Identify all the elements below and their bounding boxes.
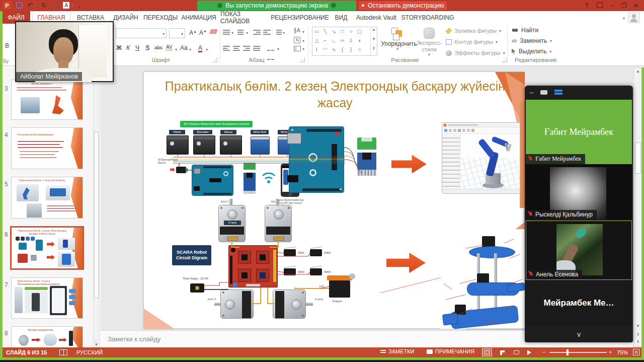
panel-gallery-view-icon[interactable]: [554, 90, 562, 95]
shape-scribble-icon[interactable]: ⌇: [312, 45, 321, 54]
text-direction-button[interactable]: ∥A: [294, 28, 300, 33]
numbering-button[interactable]: [237, 29, 246, 36]
replace-button[interactable]: ab Заменить ▾: [512, 38, 552, 44]
font-color-button[interactable]: А: [198, 45, 202, 52]
drawing-dialog-launcher[interactable]: ⌟: [502, 57, 507, 62]
chevron-down-icon[interactable]: ▾: [231, 31, 233, 35]
next-slide-button[interactable]: ⇟: [634, 339, 642, 345]
comments-toggle-button[interactable]: ПРИМЕЧАНИЯ: [427, 348, 474, 354]
tab-transitions[interactable]: ПЕРЕХОДЫ: [144, 11, 177, 24]
tab-view[interactable]: ВИД: [332, 11, 350, 24]
chevron-down-icon[interactable]: ▾: [206, 47, 208, 52]
thumbnail-scroll-down-button[interactable]: ▼: [93, 341, 100, 347]
self-webcam-overlay[interactable]: Айболат Мейірханов: [15, 21, 114, 82]
panel-speaker-view-icon[interactable]: [540, 90, 547, 95]
tab-slideshow[interactable]: ПОКАЗ СЛАЙДОВ: [220, 11, 268, 24]
zoom-slider-thumb[interactable]: [567, 349, 569, 355]
qat-item-caret-icon[interactable]: ▾: [71, 4, 73, 8]
panel-expand-chevron[interactable]: ∨: [525, 327, 633, 341]
shape-curve-icon[interactable]: ∿: [330, 45, 338, 54]
bullets-button[interactable]: [223, 29, 231, 36]
restore-button[interactable]: ❐: [619, 1, 629, 11]
shapes-more-icon[interactable]: ⊽: [371, 46, 377, 51]
bold-button[interactable]: Ж: [116, 45, 122, 51]
shape-arc-icon[interactable]: ◠: [321, 45, 330, 54]
change-case-button[interactable]: Aa: [180, 45, 188, 51]
zoom-percentage[interactable]: 75%: [617, 349, 628, 355]
ribbon-more-caret-icon[interactable]: ▾: [623, 16, 625, 21]
text-shadow-button[interactable]: S: [145, 45, 149, 51]
shape-line-icon[interactable]: ╲: [321, 27, 330, 36]
thumbnail-slide-5[interactable]: Практикалық бөлім. 1 кезең 3d жобалау: [11, 177, 83, 219]
close-button[interactable]: ✕: [631, 1, 641, 11]
shape-brace-left-icon[interactable]: {: [338, 45, 347, 54]
participant-tile-anel-active[interactable]: Анель Есенова: [526, 221, 632, 280]
undo-caret-icon[interactable]: ▾: [34, 4, 36, 8]
clear-formatting-icon[interactable]: [209, 29, 217, 34]
spellcheck-icon[interactable]: [59, 349, 67, 355]
shape-brace-right-icon[interactable]: }: [347, 45, 355, 54]
thumbnail-scrollbar[interactable]: [93, 71, 100, 340]
font-size-combo[interactable]: ▾: [169, 28, 185, 38]
thumbnail-scrollbar-thumb[interactable]: [94, 132, 99, 298]
paragraph-dialog-launcher[interactable]: ⌟: [300, 57, 305, 62]
scroll-down-icon[interactable]: ▼: [371, 37, 377, 41]
find-button[interactable]: Найти: [512, 27, 538, 33]
chevron-down-icon[interactable]: ▾: [302, 30, 304, 34]
shrink-font-button[interactable]: A▼: [199, 30, 207, 36]
scroll-up-icon[interactable]: ▲: [371, 27, 377, 32]
align-center-button[interactable]: [233, 45, 241, 52]
participant-tile-meirambek[interactable]: Мейрамбек Ме…: [526, 281, 632, 325]
underline-button[interactable]: Ч: [135, 45, 139, 51]
shape-partial-icon[interactable]: ◖: [355, 36, 364, 45]
shape-textbox-icon[interactable]: ▭: [312, 27, 321, 36]
tab-animations[interactable]: АНИМАЦИЯ: [182, 11, 215, 24]
shape-arrow-right-icon[interactable]: ⇨: [338, 36, 347, 45]
save-icon[interactable]: [16, 2, 23, 9]
undo-icon[interactable]: ↶: [27, 1, 33, 11]
scroll-up-button[interactable]: ▲: [634, 68, 642, 75]
shape-arrow-icon[interactable]: ↘: [330, 27, 338, 36]
paste-button-fragment[interactable]: В: [5, 43, 9, 49]
normal-view-button[interactable]: [482, 348, 492, 356]
chevron-down-icon[interactable]: ▾: [189, 47, 191, 52]
shape-outline-button[interactable]: Контур фигуры▾: [446, 39, 498, 45]
shape-elbow2-icon[interactable]: ∟: [330, 36, 338, 45]
shape-oval-icon[interactable]: ○: [347, 27, 355, 36]
line-spacing-button[interactable]: [274, 29, 282, 36]
participant-tile-gabit[interactable]: Ғабит Мейрамбек Ғабит Мейрамбек: [526, 100, 632, 164]
thumbnail-slide-4[interactable]: Ғылыми жоба мазмұндері: [11, 127, 83, 169]
ribbon-display-options-button[interactable]: [597, 3, 603, 8]
shape-star-icon[interactable]: ☆: [355, 45, 364, 54]
shapes-scroll[interactable]: ▲ ▼ ⊽: [370, 27, 377, 55]
slideshow-view-button[interactable]: [525, 348, 535, 356]
chevron-down-icon[interactable]: ▾: [283, 31, 285, 35]
align-right-button[interactable]: [243, 45, 251, 52]
participant-tile-ryskeldi[interactable]: Рыскелді Қальбинур: [526, 164, 632, 220]
customize-qat-icon[interactable]: ⌄: [77, 1, 82, 11]
slide-sorter-view-button[interactable]: [497, 348, 507, 356]
start-from-beginning-icon[interactable]: А: [62, 2, 70, 9]
slide-title[interactable]: Практикалық бөлім. 2 кезең Электрондық б…: [159, 78, 511, 111]
strikethrough-button[interactable]: abc: [154, 45, 163, 50]
shape-rect-icon[interactable]: □: [338, 27, 347, 36]
decrease-indent-button[interactable]: [253, 29, 261, 36]
font-dialog-launcher[interactable]: ⌟: [212, 57, 217, 62]
shape-fill-button[interactable]: Заливка фигуры▾: [446, 28, 501, 34]
previous-slide-button[interactable]: ⇞: [634, 332, 642, 338]
italic-button[interactable]: К: [126, 45, 130, 51]
redo-icon[interactable]: ↻: [41, 1, 47, 11]
chevron-down-icon[interactable]: ▾: [302, 47, 304, 51]
fit-slide-to-window-button[interactable]: [633, 349, 639, 355]
minimize-button[interactable]: –: [608, 1, 618, 11]
zoom-out-button[interactable]: −: [542, 349, 545, 355]
convert-smartart-button[interactable]: [294, 46, 301, 51]
thumbnail-slide-6-selected[interactable]: Практикалық бөлім. 2 кезең Электрондық б…: [10, 226, 84, 270]
tab-review[interactable]: РЕЦЕНЗИРОВАНИЕ: [273, 11, 327, 24]
chevron-down-icon[interactable]: ▾: [277, 47, 279, 51]
font-name-combo[interactable]: ▾: [116, 28, 167, 38]
grow-font-button[interactable]: A▲: [189, 30, 197, 36]
touch-mode-icon[interactable]: [52, 2, 59, 9]
justify-button[interactable]: [253, 45, 261, 52]
align-text-button[interactable]: ⇅: [294, 37, 300, 43]
